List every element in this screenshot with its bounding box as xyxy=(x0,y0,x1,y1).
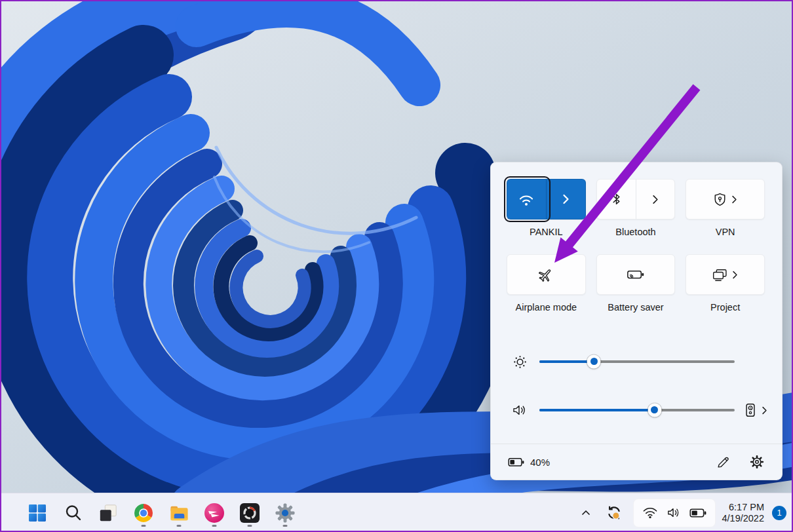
chevron-right-icon xyxy=(732,271,738,279)
project-icon xyxy=(712,268,727,282)
quick-settings-panel: PANKIL Bluetooth xyxy=(490,162,783,480)
bluetooth-icon xyxy=(611,193,621,206)
task-view-icon xyxy=(98,503,118,523)
battery-status[interactable]: 40% xyxy=(508,457,550,468)
volume-slider[interactable] xyxy=(539,404,735,417)
quick-settings-footer: 40% xyxy=(491,444,782,480)
brightness-thumb[interactable] xyxy=(587,354,601,368)
search-button[interactable] xyxy=(59,497,87,529)
tray-date: 4/19/2022 xyxy=(722,513,764,524)
chevron-right-icon xyxy=(731,195,737,204)
settings-gear-icon xyxy=(275,503,295,523)
battery-percent-label: 40% xyxy=(530,457,550,468)
speaker-select-icon xyxy=(745,403,756,417)
search-icon xyxy=(64,504,82,522)
audio-output-selector[interactable] xyxy=(745,403,767,417)
pencil-icon xyxy=(716,455,730,469)
settings-button[interactable] xyxy=(271,497,299,529)
brightness-icon xyxy=(512,354,528,370)
vpn-tile-label: VPN xyxy=(716,227,735,237)
skitch-icon xyxy=(204,503,224,523)
file-explorer-icon xyxy=(169,504,189,522)
running-indicator xyxy=(142,525,146,527)
quick-settings-grid: PANKIL Bluetooth xyxy=(507,179,765,313)
tray-wifi-icon xyxy=(642,506,658,519)
tray-quick-settings-button[interactable] xyxy=(633,499,716,527)
task-view-button[interactable] xyxy=(94,497,122,529)
wifi-icon xyxy=(517,192,535,207)
bluetooth-expand-segment[interactable] xyxy=(636,180,675,219)
tray-time: 6:17 PM xyxy=(722,502,764,513)
volume-thumb[interactable] xyxy=(648,403,661,417)
chrome-button[interactable] xyxy=(130,497,157,529)
brightness-slider[interactable] xyxy=(539,355,735,369)
battery-saver-tile[interactable] xyxy=(596,254,676,295)
tray-volume-icon xyxy=(667,506,681,519)
open-settings-button[interactable] xyxy=(749,454,765,470)
chevron-right-icon xyxy=(562,194,570,204)
vpn-tile[interactable] xyxy=(686,179,765,219)
taskbar-pinned-apps xyxy=(24,493,299,532)
chevron-up-icon xyxy=(581,510,590,516)
project-tile[interactable] xyxy=(686,254,765,295)
battery-saver-icon xyxy=(627,268,645,281)
system-tray: 6:17 PM 4/19/2022 1 xyxy=(577,493,786,532)
chrome-icon xyxy=(134,503,153,523)
skitch-button[interactable] xyxy=(201,497,228,529)
volume-icon xyxy=(512,404,528,417)
sync-icon xyxy=(606,504,623,521)
bluetooth-tile[interactable] xyxy=(596,179,676,219)
battery-icon xyxy=(508,457,524,467)
tray-clock[interactable]: 6:17 PM 4/19/2022 xyxy=(722,502,764,524)
gear-icon xyxy=(750,455,764,469)
taskbar: 6:17 PM 4/19/2022 1 xyxy=(0,493,793,532)
airplane-icon xyxy=(537,266,554,283)
wifi-tile-label: PANKIL xyxy=(530,227,563,237)
screen-capture-button[interactable] xyxy=(236,497,263,529)
running-indicator xyxy=(177,525,182,527)
windows-logo-icon xyxy=(28,504,47,522)
bluetooth-toggle-segment[interactable] xyxy=(597,180,636,219)
running-indicator xyxy=(283,525,288,527)
tray-sync-button[interactable] xyxy=(601,500,627,526)
tray-chevron-up-button[interactable] xyxy=(577,500,595,526)
project-tile-label: Project xyxy=(710,302,740,313)
edit-quick-settings-button[interactable] xyxy=(715,454,731,470)
screen-capture-icon xyxy=(240,503,260,523)
file-explorer-button[interactable] xyxy=(165,497,193,529)
running-indicator xyxy=(248,525,252,527)
bluetooth-tile-label: Bluetooth xyxy=(615,227,655,237)
chevron-right-icon xyxy=(652,195,659,204)
wifi-expand-segment[interactable] xyxy=(547,180,585,219)
notification-badge[interactable]: 1 xyxy=(772,506,786,520)
vpn-shield-icon xyxy=(713,193,727,206)
tray-battery-icon xyxy=(689,508,706,518)
volume-row xyxy=(507,400,767,420)
brightness-row xyxy=(507,352,735,371)
running-indicator xyxy=(212,525,217,527)
wifi-tile[interactable] xyxy=(507,179,586,219)
start-button[interactable] xyxy=(24,497,51,529)
airplane-mode-tile[interactable] xyxy=(507,254,586,295)
wifi-toggle-segment[interactable] xyxy=(507,180,546,219)
volume-fill xyxy=(539,409,655,412)
airplane-mode-tile-label: Airplane mode xyxy=(516,302,577,313)
brightness-fill xyxy=(539,360,594,364)
battery-saver-tile-label: Battery saver xyxy=(608,302,663,313)
chevron-right-icon xyxy=(762,406,767,415)
